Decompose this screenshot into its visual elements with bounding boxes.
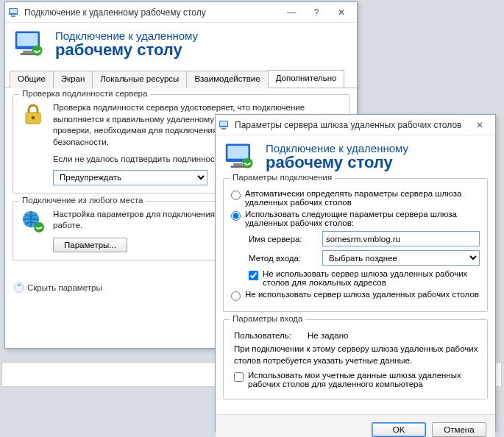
rdp-gateway-dialog: Параметры сервера шлюза удаленных рабочи… <box>215 114 496 432</box>
group-connection-params-legend: Параметры подключения <box>230 173 335 182</box>
check-share-creds-label: Использовать мои учетные данные шлюза уд… <box>248 371 480 388</box>
check-bypass-local[interactable]: Не использовать сервер шлюза удаленных р… <box>249 269 480 287</box>
tab-general[interactable]: Общие <box>10 71 54 88</box>
svg-rect-5 <box>23 51 32 54</box>
rdp-monitor-icon <box>14 29 45 60</box>
user-row: Пользователь: Не задано <box>234 331 480 340</box>
banner: Подключение к удаленному рабочему столу <box>5 23 357 70</box>
user-value: Не задано <box>308 331 348 340</box>
svg-rect-13 <box>220 121 227 126</box>
radio-use-settings[interactable]: Использовать следующие параметры сервера… <box>231 210 480 227</box>
banner-line2: рабочему столу <box>55 40 198 60</box>
group-server-auth-legend: Проверка подлинности сервера <box>19 89 150 98</box>
banner-line1: Подключение к удаленному <box>55 29 198 42</box>
server-name-row: Имя сервера: <box>249 231 480 246</box>
radio-no-gateway-label: Не использовать сервер шлюза удаленных р… <box>245 290 479 299</box>
radio-auto-detect-label: Автоматически определять параметры серве… <box>245 189 480 207</box>
auth-fail-action-select[interactable]: Предупреждать <box>53 170 207 185</box>
check-share-creds[interactable]: Использовать мои учетные данные шлюза уд… <box>234 371 480 388</box>
logon-method-row: Метод входа: Выбрать позднее <box>249 250 480 266</box>
app-icon <box>8 7 20 18</box>
radio-no-gateway-input[interactable] <box>231 291 241 301</box>
group-connect-anywhere-legend: Подключение из любого места <box>19 196 146 205</box>
hide-options-label: Скрыть параметры <box>27 283 102 292</box>
group-logon-params: Параметры входа Пользователь: Не задано … <box>223 319 488 399</box>
svg-point-19 <box>243 158 253 168</box>
banner-line1: Подключение к удаленному <box>266 142 408 154</box>
close-button[interactable]: ✕ <box>329 4 354 21</box>
radio-no-gateway[interactable]: Не использовать сервер шлюза удаленных р… <box>231 290 480 301</box>
svg-rect-16 <box>227 146 248 159</box>
rdp-monitor-icon <box>224 141 255 172</box>
tab-local-resources[interactable]: Локальные ресурсы <box>92 71 187 88</box>
svg-rect-1 <box>10 9 17 13</box>
check-share-creds-input[interactable] <box>234 372 244 382</box>
help-button[interactable]: ? <box>304 4 329 21</box>
check-bypass-local-input[interactable] <box>249 271 258 280</box>
titlebar[interactable]: Параметры сервера шлюза удаленных рабочи… <box>216 115 495 135</box>
svg-rect-14 <box>221 128 226 129</box>
svg-rect-4 <box>17 33 38 46</box>
radio-use-settings-input[interactable] <box>231 211 241 221</box>
radio-auto-detect-input[interactable] <box>231 191 241 200</box>
svg-rect-6 <box>21 53 35 55</box>
radio-use-settings-label: Использовать следующие параметры сервера… <box>245 210 480 227</box>
radio-auto-detect[interactable]: Автоматически определять параметры серве… <box>231 189 480 207</box>
svg-rect-18 <box>231 166 245 168</box>
lock-icon <box>21 102 46 127</box>
svg-rect-17 <box>233 163 242 166</box>
server-name-input[interactable] <box>322 231 480 246</box>
titlebar[interactable]: Подключение к удаленному рабочему столу … <box>5 2 357 23</box>
chevron-up-icon: ⌃ <box>14 283 24 293</box>
logon-method-select[interactable]: Выбрать позднее <box>322 250 480 266</box>
dialog-footer: OK Отмена <box>216 414 495 437</box>
svg-point-9 <box>32 116 35 120</box>
banner-line2: рабочему столу <box>266 153 408 172</box>
logon-method-label: Метод входа: <box>249 254 322 263</box>
window-title: Параметры сервера шлюза удаленных рабочи… <box>235 120 467 130</box>
svg-point-7 <box>32 46 43 56</box>
check-bypass-local-label: Не использовать сервер шлюза удаленных р… <box>263 269 480 287</box>
cancel-button[interactable]: Отмена <box>432 422 486 437</box>
minimize-button[interactable]: — <box>279 4 304 21</box>
svg-rect-2 <box>11 15 15 17</box>
ok-button[interactable]: OK <box>372 422 426 437</box>
close-button[interactable]: ✕ <box>467 117 492 133</box>
user-label: Пользователь: <box>234 331 308 340</box>
svg-point-11 <box>34 222 44 232</box>
tab-display[interactable]: Экран <box>53 71 93 88</box>
app-icon <box>219 119 230 131</box>
logon-info-text: При подключении к этому серверу шлюза уд… <box>234 344 480 366</box>
tabstrip: Общие Экран Локальные ресурсы Взаимодейс… <box>5 70 357 88</box>
server-name-label: Имя сервера: <box>249 235 322 244</box>
tab-advanced[interactable]: Дополнительно <box>268 70 345 88</box>
window-title: Подключение к удаленному рабочему столу <box>24 7 279 18</box>
tab-experience[interactable]: Взаимодействие <box>186 71 268 88</box>
group-connection-params: Параметры подключения Автоматически опре… <box>223 178 488 312</box>
gateway-settings-button[interactable]: Параметры... <box>53 238 127 252</box>
globe-gateway-icon <box>21 209 46 234</box>
banner: Подключение к удаленному рабочему столу <box>216 135 495 178</box>
group-logon-params-legend: Параметры входа <box>230 314 305 323</box>
